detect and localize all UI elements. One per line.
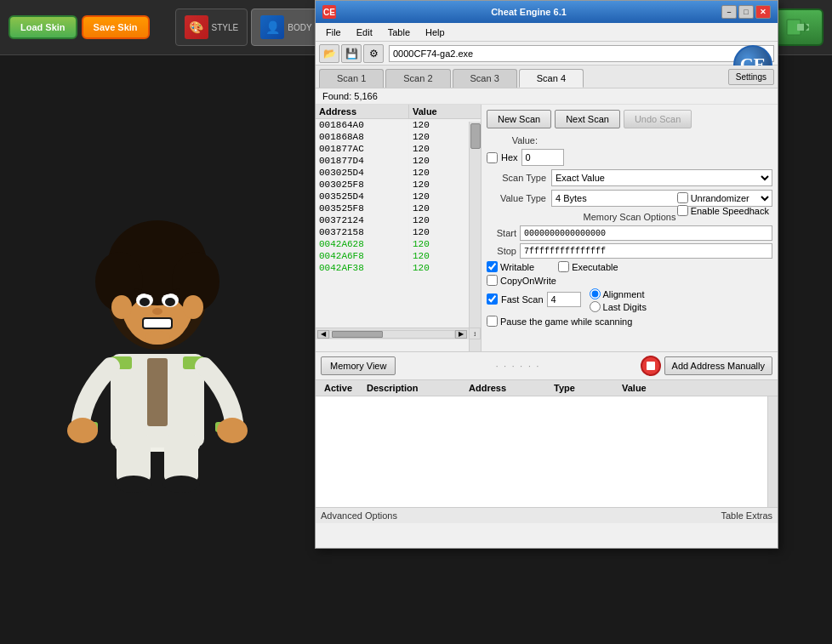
start-input[interactable] [520, 225, 772, 241]
address-row-6[interactable]: 003525D4 120 [316, 191, 481, 202]
maximize-button[interactable]: □ [738, 5, 754, 19]
h-scrollbar[interactable]: ◀ ▶ [316, 328, 469, 339]
save-skin-button[interactable]: Save Skin [82, 15, 150, 39]
writable-label: Writable [487, 261, 534, 272]
v-scroll-thumb[interactable] [470, 123, 481, 149]
address-row-4[interactable]: 003025D4 120 [316, 167, 481, 179]
svg-point-8 [115, 476, 152, 493]
svg-point-20 [183, 295, 203, 319]
stop-icon-shape [647, 362, 655, 370]
executable-checkbox[interactable] [558, 261, 569, 272]
address-row-5[interactable]: 003025F8 120 [316, 179, 481, 191]
pause-label: Pause the game while scanning [500, 316, 632, 327]
exit-button[interactable] [772, 9, 823, 46]
address-row-8[interactable]: 00372124 120 [316, 214, 481, 226]
dots-area: · · · · · · [399, 362, 636, 371]
menu-help[interactable]: Help [419, 26, 452, 39]
writable-checkbox[interactable] [487, 261, 498, 272]
fast-scan-checkbox[interactable] [487, 294, 498, 305]
body-icon: 👤 [260, 15, 284, 39]
address-row-10[interactable]: 0042A628 120 [316, 238, 481, 250]
ce-window-controls: – □ ✕ [721, 5, 771, 19]
svg-marker-2 [804, 22, 809, 32]
address-row-0[interactable]: 001864A0 120 [316, 119, 481, 131]
address-row-7[interactable]: 003525F8 120 [316, 202, 481, 214]
stop-input[interactable] [520, 243, 772, 259]
scan-tab-1[interactable]: Scan 1 [319, 69, 384, 88]
unrandomizer-checkbox[interactable] [677, 192, 688, 203]
menu-file[interactable]: File [319, 26, 348, 39]
load-skin-button[interactable]: Load Skin [9, 15, 77, 39]
pause-checkbox[interactable] [487, 316, 498, 327]
address-row-9[interactable]: 00372158 120 [316, 226, 481, 238]
speedhack-checkbox[interactable] [677, 205, 688, 216]
hex-input[interactable] [521, 149, 564, 166]
addr-10: 0042A628 [316, 238, 409, 250]
footer-left[interactable]: Advanced Options [321, 510, 397, 521]
copy-on-write-checkbox[interactable] [487, 275, 498, 286]
scan-tab-2[interactable]: Scan 2 [385, 69, 450, 88]
copy-on-write-label: CopyOnWrite [487, 275, 556, 286]
tab-body[interactable]: 👤 BODY [251, 9, 321, 46]
main-area: CE Cheat Engine 6.1 – □ ✕ File Edit Tabl… [0, 55, 832, 644]
minimize-button[interactable]: – [721, 5, 737, 19]
address-row-12[interactable]: 0042AF38 120 [316, 262, 481, 274]
addr-4: 003025D4 [316, 167, 409, 179]
address-row-1[interactable]: 001868A8 120 [316, 131, 481, 143]
tab-style[interactable]: 🎨 STYLE [175, 9, 248, 46]
v-scrollbar[interactable] [469, 122, 481, 351]
address-list-header: Address Value [316, 105, 481, 119]
close-button[interactable]: ✕ [755, 5, 771, 19]
add-address-button[interactable]: Add Address Manually [664, 356, 772, 375]
address-row-3[interactable]: 001877D4 120 [316, 155, 481, 167]
last-digits-radio[interactable] [590, 301, 601, 312]
lt-col-desc: Description [362, 382, 464, 394]
new-scan-button[interactable]: New Scan [487, 110, 551, 128]
address-row-11[interactable]: 0042A6F8 120 [316, 250, 481, 262]
settings-button[interactable]: Settings [728, 69, 774, 85]
alignment-radio[interactable] [590, 288, 601, 299]
undo-scan-button[interactable]: Undo Scan [624, 110, 692, 128]
next-scan-button[interactable]: Next Scan [555, 110, 620, 128]
unrandomizer-group: Unrandomizer Enable Speedhack [677, 192, 769, 216]
addr-1: 001868A8 [316, 131, 409, 143]
found-bar: Found: 5,166 [316, 88, 778, 105]
fast-scan-row: Fast Scan [487, 288, 581, 310]
stop-label: Stop [487, 246, 516, 256]
lower-table-header: Active Description Address Type Value [316, 380, 778, 396]
scan-type-select[interactable]: Exact Value [551, 169, 772, 186]
menu-table[interactable]: Table [381, 26, 417, 39]
addr-12: 0042AF38 [316, 262, 409, 274]
speedhack-label: Enable Speedhack [677, 205, 769, 216]
process-input[interactable] [389, 45, 774, 62]
settings-tool-button[interactable]: ⚙ [363, 44, 384, 63]
pause-row: Pause the game while scanning [487, 316, 772, 327]
save-table-button[interactable]: 💾 [341, 44, 362, 63]
memory-view-button[interactable]: Memory View [321, 356, 396, 375]
scroll-track[interactable] [329, 330, 455, 339]
hex-checkbox[interactable] [487, 152, 498, 163]
scroll-thumb[interactable] [332, 331, 383, 338]
ce-toolbar: 📂 💾 ⚙ CE [316, 42, 778, 66]
lower-table-scrollbar[interactable] [767, 396, 778, 507]
stop-scan-button[interactable] [641, 356, 661, 376]
bottom-bar: Memory View · · · · · · Add Address Manu… [316, 351, 778, 379]
scroll-right[interactable]: ▶ [455, 330, 467, 339]
svg-point-19 [111, 295, 132, 319]
addr-6: 003525D4 [316, 191, 409, 202]
col-value-header: Value [409, 105, 481, 118]
alignment-group: Alignment Last Digits [590, 288, 647, 312]
address-row-2[interactable]: 001877AC 120 [316, 143, 481, 155]
footer-right[interactable]: Table Extras [721, 510, 772, 521]
executable-label: Executable [558, 261, 618, 272]
scan-tab-3[interactable]: Scan 3 [453, 69, 517, 88]
scan-tab-4[interactable]: Scan 4 [519, 69, 584, 88]
character-area [0, 55, 315, 644]
value-label: Value: [487, 135, 538, 145]
fast-scan-input[interactable] [547, 292, 581, 307]
fast-alignment-row: Fast Scan Alignment Last Digits [487, 288, 772, 312]
menu-edit[interactable]: Edit [350, 26, 379, 39]
start-label: Start [487, 228, 516, 238]
open-button[interactable]: 📂 [319, 44, 339, 63]
scroll-left[interactable]: ◀ [317, 330, 329, 339]
